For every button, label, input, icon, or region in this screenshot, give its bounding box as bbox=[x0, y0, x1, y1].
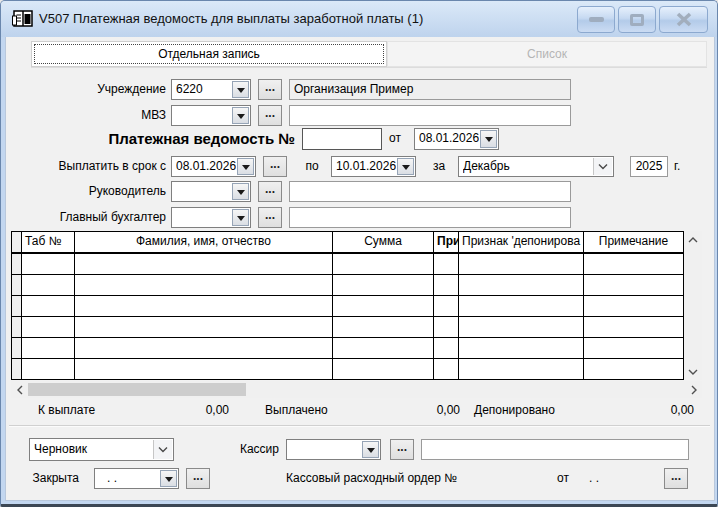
dropdown-button[interactable] bbox=[593, 158, 612, 175]
mvz-combobox[interactable] bbox=[171, 105, 251, 126]
row-selector[interactable] bbox=[12, 359, 22, 380]
table-cell[interactable] bbox=[22, 275, 75, 296]
table-row[interactable] bbox=[12, 338, 684, 359]
table-row[interactable] bbox=[12, 275, 684, 296]
row-selector[interactable] bbox=[12, 275, 22, 296]
minimize-button[interactable] bbox=[577, 6, 615, 33]
chief-accountant-combobox[interactable] bbox=[171, 207, 251, 228]
column-header[interactable]: Признак 'депонирова bbox=[459, 232, 584, 254]
cashier-name-field[interactable] bbox=[421, 439, 689, 460]
table-cell[interactable] bbox=[333, 296, 434, 317]
table-cell[interactable] bbox=[459, 338, 584, 359]
hscrollbar-thumb[interactable] bbox=[28, 383, 246, 396]
close-button[interactable] bbox=[659, 6, 708, 33]
table-cell[interactable] bbox=[22, 254, 75, 275]
mvz-name-field[interactable] bbox=[289, 105, 571, 126]
scroll-left-button[interactable] bbox=[11, 381, 28, 398]
table-cell[interactable] bbox=[434, 275, 459, 296]
table-cell[interactable] bbox=[75, 296, 333, 317]
table-cell[interactable] bbox=[22, 359, 75, 380]
table-cell[interactable] bbox=[333, 275, 434, 296]
dropdown-button[interactable] bbox=[397, 158, 414, 175]
table-cell[interactable] bbox=[75, 275, 333, 296]
month-combobox[interactable]: Декабрь bbox=[458, 156, 614, 177]
table-cell[interactable] bbox=[22, 338, 75, 359]
tab-list[interactable]: Список bbox=[387, 41, 707, 67]
scroll-up-button[interactable] bbox=[684, 231, 702, 248]
horizontal-scrollbar[interactable] bbox=[11, 381, 702, 398]
table-cell[interactable] bbox=[333, 359, 434, 380]
table-cell[interactable] bbox=[434, 296, 459, 317]
table-cell[interactable] bbox=[584, 254, 684, 275]
dropdown-button[interactable] bbox=[232, 183, 249, 200]
closed-date-picker[interactable]: . . bbox=[94, 468, 179, 489]
table-cell[interactable] bbox=[459, 254, 584, 275]
table-cell[interactable] bbox=[459, 296, 584, 317]
dropdown-button[interactable] bbox=[362, 441, 379, 458]
table-cell[interactable] bbox=[75, 338, 333, 359]
table-row[interactable] bbox=[12, 317, 684, 338]
sheet-date-picker[interactable]: 08.01.2026 bbox=[414, 128, 499, 150]
chief-accountant-ellipsis-button[interactable]: ... bbox=[258, 207, 282, 228]
column-header[interactable]: При bbox=[434, 232, 459, 254]
dropdown-button[interactable] bbox=[237, 158, 254, 175]
institution-combobox[interactable]: 6220 bbox=[171, 79, 251, 100]
table-cell[interactable] bbox=[434, 338, 459, 359]
column-header[interactable]: Фамилия, имя, отчество bbox=[75, 232, 333, 254]
manager-combobox[interactable] bbox=[171, 181, 251, 202]
chief-accountant-name-field[interactable] bbox=[289, 207, 571, 228]
table-cell[interactable] bbox=[584, 317, 684, 338]
closed-ellipsis-button[interactable]: ... bbox=[186, 468, 210, 489]
table-cell[interactable] bbox=[584, 338, 684, 359]
scroll-right-button[interactable] bbox=[685, 381, 702, 398]
row-selector[interactable] bbox=[12, 338, 22, 359]
pay-from-date-picker[interactable]: 08.01.2026 bbox=[171, 156, 256, 177]
dropdown-button[interactable] bbox=[232, 81, 249, 98]
table-row[interactable] bbox=[12, 254, 684, 275]
vertical-scrollbar[interactable] bbox=[684, 231, 702, 380]
table-cell[interactable] bbox=[75, 359, 333, 380]
table-cell[interactable] bbox=[75, 254, 333, 275]
scroll-down-button[interactable] bbox=[684, 363, 702, 380]
table-cell[interactable] bbox=[333, 317, 434, 338]
table-cell[interactable] bbox=[75, 317, 333, 338]
dropdown-button[interactable] bbox=[480, 130, 497, 148]
table-row[interactable] bbox=[12, 296, 684, 317]
status-combobox[interactable]: Черновик bbox=[29, 438, 174, 461]
table-cell[interactable] bbox=[333, 338, 434, 359]
manager-ellipsis-button[interactable]: ... bbox=[258, 181, 282, 202]
table-cell[interactable] bbox=[584, 359, 684, 380]
table-cell[interactable] bbox=[459, 359, 584, 380]
table-cell[interactable] bbox=[22, 296, 75, 317]
sheet-number-input[interactable] bbox=[302, 128, 382, 150]
mvz-ellipsis-button[interactable]: ... bbox=[258, 105, 282, 126]
table-cell[interactable] bbox=[584, 275, 684, 296]
cashier-combobox[interactable] bbox=[286, 439, 381, 460]
table-cell[interactable] bbox=[434, 317, 459, 338]
column-header[interactable]: Сумма bbox=[333, 232, 434, 254]
table-row[interactable] bbox=[12, 359, 684, 380]
table-cell[interactable] bbox=[434, 359, 459, 380]
maximize-button[interactable] bbox=[618, 6, 656, 33]
table-cell[interactable] bbox=[22, 317, 75, 338]
pay-from-ellipsis-button[interactable]: ... bbox=[263, 156, 287, 177]
column-header[interactable]: Примечание bbox=[584, 232, 684, 254]
row-selector[interactable] bbox=[12, 317, 22, 338]
row-selector[interactable] bbox=[12, 296, 22, 317]
dropdown-button[interactable] bbox=[232, 209, 249, 226]
dropdown-button[interactable] bbox=[232, 107, 249, 124]
row-selector[interactable] bbox=[12, 254, 22, 275]
institution-ellipsis-button[interactable]: ... bbox=[258, 79, 282, 100]
table-cell[interactable] bbox=[434, 254, 459, 275]
table-cell[interactable] bbox=[584, 296, 684, 317]
pay-to-date-picker[interactable]: 10.01.2026 bbox=[331, 156, 416, 177]
title-bar[interactable]: V507 Платежная ведомость для выплаты зар… bbox=[1, 1, 717, 37]
cashier-ellipsis-button[interactable]: ... bbox=[390, 439, 414, 460]
manager-name-field[interactable] bbox=[289, 181, 571, 202]
table-cell[interactable] bbox=[459, 275, 584, 296]
column-header[interactable]: Таб № bbox=[22, 232, 75, 254]
cash-order-ellipsis-button[interactable]: ... bbox=[664, 468, 688, 489]
tab-separate-record[interactable]: Отдельная запись bbox=[31, 41, 387, 67]
year-field[interactable]: 2025 bbox=[630, 156, 668, 177]
table-cell[interactable] bbox=[333, 254, 434, 275]
